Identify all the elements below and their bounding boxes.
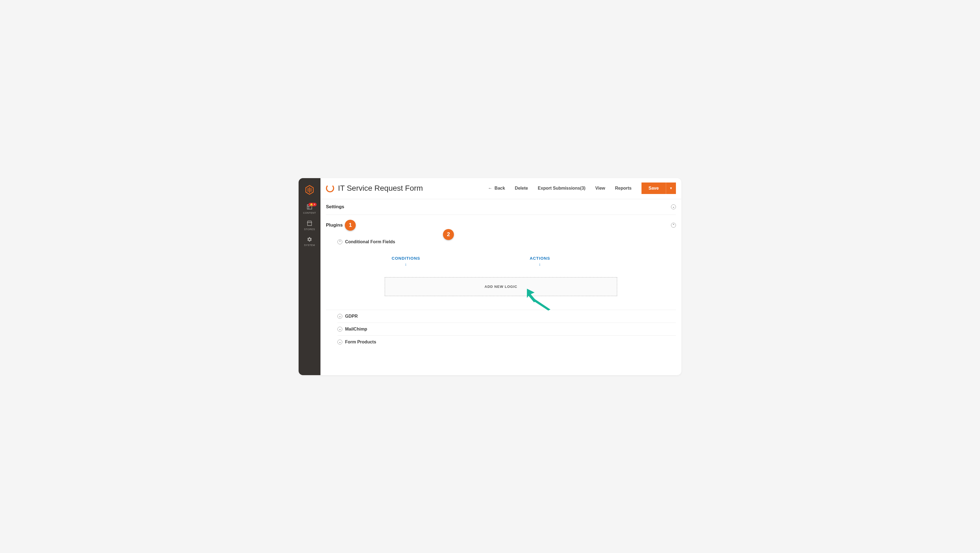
nav-system[interactable]: SYSTEM xyxy=(299,234,320,250)
plugin-label: GDPR xyxy=(345,314,358,319)
delete-button[interactable]: Delete xyxy=(515,186,528,191)
svg-marker-4 xyxy=(532,298,550,311)
notification-badge: 🔔 4 xyxy=(309,203,317,206)
plugins-section-header[interactable]: Plugins 1 ⌃ xyxy=(326,215,676,236)
nav-label: SYSTEM xyxy=(304,244,315,247)
annotation-callout-1: 1 xyxy=(345,220,356,231)
nav-label: STORES xyxy=(304,228,315,231)
main-panel: IT Service Request Form ← Back Delete Ex… xyxy=(320,178,681,375)
stores-icon xyxy=(307,220,313,227)
nav-content[interactable]: CONTENT 🔔 4 xyxy=(299,201,320,218)
badge-count: 4 xyxy=(313,203,315,206)
plugin-conditional-form-fields[interactable]: ⌃ Conditional Form Fields xyxy=(337,236,676,246)
plugins-label: Plugins xyxy=(326,223,343,228)
plugin-label: Conditional Form Fields xyxy=(345,239,395,244)
add-new-logic-button[interactable]: ADD NEW LOGIC xyxy=(385,277,617,296)
save-button[interactable]: Save xyxy=(641,183,666,194)
settings-section-header[interactable]: Settings ⌄ xyxy=(326,199,676,215)
bell-icon: 🔔 xyxy=(310,203,313,206)
admin-sidebar: CONTENT 🔔 4 STORES SYSTEM xyxy=(299,178,320,375)
chevron-up-icon: ⌃ xyxy=(671,223,676,228)
back-label: Back xyxy=(495,186,505,191)
nav-stores[interactable]: STORES xyxy=(299,218,320,234)
save-dropdown-toggle[interactable]: ▼ xyxy=(666,183,676,194)
chevron-up-icon: ⌃ xyxy=(337,239,342,244)
top-bar: IT Service Request Form ← Back Delete Ex… xyxy=(320,178,681,199)
chevron-down-icon: ⌄ xyxy=(337,327,342,331)
export-submissions-button[interactable]: Export Submissions(3) xyxy=(538,186,585,191)
plugin-form-products[interactable]: ⌄ Form Products xyxy=(337,336,676,348)
top-actions: ← Back Delete Export Submissions(3) View… xyxy=(488,183,676,194)
app-frame: CONTENT 🔔 4 STORES SYSTEM IT Service Req… xyxy=(299,178,681,375)
conditions-label: CONDITIONS xyxy=(391,256,420,260)
actions-column: ACTIONS ↓ xyxy=(530,256,550,266)
plugin-gdpr[interactable]: ⌄ GDPR xyxy=(337,310,676,323)
page-title: IT Service Request Form xyxy=(338,184,484,193)
view-button[interactable]: View xyxy=(595,186,605,191)
chevron-down-icon: ⌄ xyxy=(337,314,342,319)
conditional-plugin-panel: CONDITIONS ↓ ACTIONS ↓ ADD NEW LOGIC xyxy=(326,246,676,310)
annotation-callout-2: 2 xyxy=(443,229,454,240)
nav-label: CONTENT xyxy=(303,212,316,214)
arrow-left-icon: ← xyxy=(488,186,492,191)
arrow-down-icon: ↓ xyxy=(539,261,541,266)
gear-icon xyxy=(307,237,312,243)
content-area: Settings ⌄ Plugins 1 ⌃ 2 ⌃ Conditional F… xyxy=(320,199,681,348)
plugin-label: Form Products xyxy=(345,339,376,344)
chevron-down-icon: ⌄ xyxy=(671,204,676,209)
plugin-mailchimp[interactable]: ⌄ MailChimp xyxy=(337,323,676,336)
settings-label: Settings xyxy=(326,204,344,210)
conditions-column: CONDITIONS ↓ xyxy=(391,256,420,266)
reports-button[interactable]: Reports xyxy=(615,186,632,191)
save-button-group: Save ▼ xyxy=(641,183,676,194)
arrow-down-icon: ↓ xyxy=(405,261,407,266)
actions-label: ACTIONS xyxy=(530,256,550,260)
chevron-down-icon: ⌄ xyxy=(337,339,342,344)
magento-logo-icon xyxy=(305,185,314,196)
plugins-content: 2 ⌃ Conditional Form Fields CONDITIONS ↓… xyxy=(326,236,676,348)
loading-spinner-icon xyxy=(326,184,334,192)
back-button[interactable]: ← Back xyxy=(488,186,505,191)
plugin-label: MailChimp xyxy=(345,327,367,331)
